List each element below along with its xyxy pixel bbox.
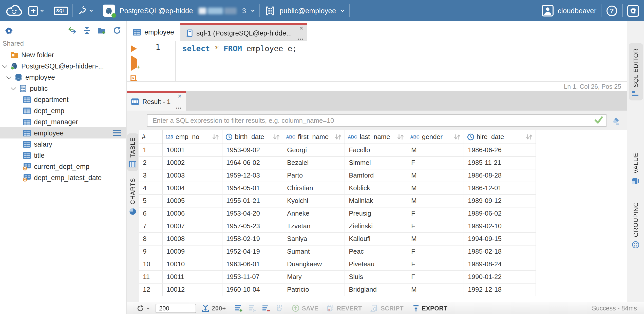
close-icon[interactable]: ✕: [178, 93, 182, 99]
data-cell[interactable]: Saniya: [283, 232, 345, 245]
chevron-down-icon[interactable]: [2, 63, 7, 68]
data-cell[interactable]: 1958-02-19: [222, 232, 283, 245]
data-cell[interactable]: Mary: [283, 270, 345, 283]
data-cell[interactable]: F: [407, 258, 464, 270]
filter-input[interactable]: [147, 114, 607, 127]
row-number-cell[interactable]: 12: [139, 283, 162, 296]
row-number-cell[interactable]: 9: [139, 245, 162, 258]
data-cell[interactable]: Kyoichi: [283, 194, 345, 207]
editor-tab-employee[interactable]: employee: [127, 23, 180, 41]
tree-item-postgresql-ep-hidden-[interactable]: PostgreSQL@ep-hidden-...: [0, 60, 126, 72]
revert-button[interactable]: REVERT: [327, 304, 362, 312]
data-cell[interactable]: Zielinski: [345, 220, 407, 232]
data-cell[interactable]: M: [407, 182, 464, 194]
data-cell[interactable]: Facello: [345, 144, 407, 156]
row-number-header[interactable]: #: [139, 130, 162, 144]
data-cell[interactable]: Bamford: [345, 169, 407, 182]
sort-icon[interactable]: [454, 134, 460, 140]
tab-table-view[interactable]: TABLE: [127, 133, 138, 171]
apply-filter-check-icon[interactable]: [594, 116, 603, 126]
item-actions-menu-icon[interactable]: [113, 130, 121, 136]
data-cell[interactable]: 1953-11-07: [222, 270, 283, 283]
script-button[interactable]: SCRIPT: [371, 304, 404, 312]
save-button[interactable]: SAVE: [292, 304, 318, 312]
result-tab[interactable]: Result - 1 ✕ …: [127, 91, 186, 111]
data-cell[interactable]: Tzvetan: [283, 220, 345, 232]
sort-icon[interactable]: [335, 134, 341, 140]
data-cell[interactable]: 1992-12-18: [464, 283, 536, 296]
data-cell[interactable]: Chirstian: [283, 182, 345, 194]
data-cell[interactable]: M: [407, 169, 464, 182]
chevron-down-icon[interactable]: [11, 85, 16, 90]
column-header-first_name[interactable]: ABCfirst_name: [283, 130, 345, 144]
add-row-button[interactable]: [235, 305, 243, 312]
tree-item-employee[interactable]: employee: [0, 72, 126, 83]
refresh-document-button[interactable]: [276, 305, 283, 312]
data-cell[interactable]: 1955-01-21: [222, 194, 283, 207]
sort-icon[interactable]: [397, 134, 404, 140]
data-cell[interactable]: Sluis: [345, 270, 407, 283]
tab-charts-view[interactable]: CHARTS: [127, 174, 138, 218]
tree-item-employee[interactable]: employee: [0, 127, 126, 138]
sidebar-settings-gear-icon[interactable]: [5, 27, 13, 34]
sort-icon[interactable]: [212, 134, 219, 140]
clear-filter-eraser-icon[interactable]: [611, 116, 620, 125]
data-cell[interactable]: Peac: [345, 245, 407, 258]
data-cell[interactable]: 10008: [162, 232, 222, 245]
row-number-cell[interactable]: 6: [139, 207, 162, 220]
user-menu-button[interactable]: cloudbeaver: [541, 5, 596, 17]
sort-icon[interactable]: [526, 134, 532, 140]
duplicate-row-button[interactable]: (+): [248, 305, 256, 312]
data-cell[interactable]: 10012: [162, 283, 222, 296]
data-cell[interactable]: Duangkaew: [283, 258, 345, 270]
tree-item-dept-manager[interactable]: dept_manager: [0, 116, 126, 127]
data-cell[interactable]: M: [407, 232, 464, 245]
data-cell[interactable]: F: [407, 207, 464, 220]
row-number-cell[interactable]: 3: [139, 169, 162, 182]
data-cell[interactable]: 10002: [162, 156, 222, 169]
row-number-cell[interactable]: 4: [139, 182, 162, 194]
data-cell[interactable]: Georgi: [283, 144, 345, 156]
tree-item-new-folder[interactable]: New folder: [0, 49, 126, 60]
tree-item-department[interactable]: department: [0, 94, 126, 105]
schema-selector[interactable]: public@employee: [264, 5, 345, 16]
data-cell[interactable]: 1952-04-19: [222, 245, 283, 258]
sort-icon[interactable]: [273, 134, 279, 140]
data-cell[interactable]: 10010: [162, 258, 222, 270]
data-cell[interactable]: 10009: [162, 245, 222, 258]
data-cell[interactable]: F: [407, 220, 464, 232]
data-cell[interactable]: Sumant: [283, 245, 345, 258]
data-cell[interactable]: 1989-09-12: [464, 194, 536, 207]
tree-item-public[interactable]: public: [0, 83, 126, 94]
chevron-down-icon[interactable]: [6, 74, 11, 79]
fetch-more-rows-button[interactable]: 200+: [202, 305, 226, 312]
data-cell[interactable]: Bezalel: [283, 156, 345, 169]
data-cell[interactable]: Preusig: [345, 207, 407, 220]
help-button[interactable]: ?: [606, 5, 618, 16]
driver-tools-button[interactable]: [78, 6, 93, 15]
data-cell[interactable]: 1953-04-20: [222, 207, 283, 220]
data-cell[interactable]: 1986-08-28: [464, 169, 536, 182]
data-cell[interactable]: 1990-01-22: [464, 270, 536, 283]
close-icon[interactable]: ✕: [299, 25, 304, 31]
column-header-hire_date[interactable]: hire_date: [464, 130, 536, 144]
data-cell[interactable]: 1959-12-03: [222, 169, 283, 182]
row-number-cell[interactable]: 10: [139, 258, 162, 270]
data-cell[interactable]: 10003: [162, 169, 222, 182]
export-button[interactable]: EXPORT: [412, 305, 447, 312]
data-cell[interactable]: 10011: [162, 270, 222, 283]
tree-item-dept-emp[interactable]: dept_emp: [0, 105, 126, 116]
new-connection-button[interactable]: [28, 6, 44, 15]
data-cell[interactable]: 1964-06-02: [222, 156, 283, 169]
data-cell[interactable]: Simmel: [345, 156, 407, 169]
column-header-birth_date[interactable]: birth_date: [222, 130, 283, 144]
data-cell[interactable]: 1963-06-01: [222, 258, 283, 270]
tree-item-dept-emp-latest-date[interactable]: dept_emp_latest_date: [0, 172, 126, 183]
data-cell[interactable]: 1989-08-24: [464, 258, 536, 270]
data-cell[interactable]: Parto: [283, 169, 345, 182]
new-sql-editor-button[interactable]: SQL: [54, 6, 68, 15]
row-number-cell[interactable]: 2: [139, 156, 162, 169]
data-cell[interactable]: Piveteau: [345, 258, 407, 270]
row-number-cell[interactable]: 1: [139, 144, 162, 156]
data-cell[interactable]: Patricio: [283, 283, 345, 296]
